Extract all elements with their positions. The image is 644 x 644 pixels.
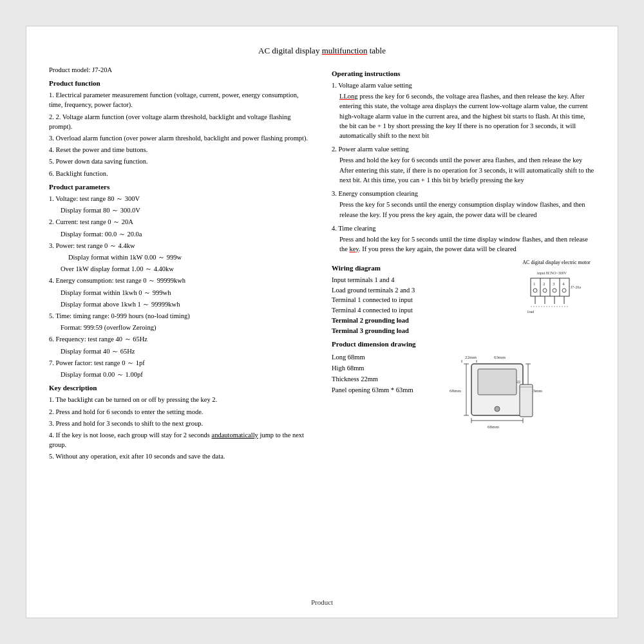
wiring-diagram-section: Wiring diagram Input terminals 1 and 4 L… (332, 259, 595, 336)
svg-text:4: 4 (562, 281, 565, 287)
section-product-params-title: Product parameters (49, 182, 312, 193)
param-1-sub: Display format 80 ～ 300.0V (49, 205, 312, 215)
dim-thickness: Thickness 22mm (332, 374, 413, 385)
dimension-svg-container: 22mm 63mm (420, 352, 536, 458)
function-item-1: 1. Electrical parameter measurement func… (49, 90, 312, 109)
param-3: 3. Power: test range 0 ～ 4.4kw (49, 241, 312, 251)
content-columns: Product model: J7-20A Product function 1… (49, 65, 595, 598)
wiring-diagram-title: Wiring diagram (332, 263, 511, 274)
op-body-4: Press and hold the key for 5 seconds unt… (332, 234, 595, 254)
key-item-3: 3. Press and hold for 3 seconds to shift… (49, 419, 312, 428)
svg-text:1: 1 (533, 281, 536, 287)
op-num-4: 4. Time clearing (332, 223, 595, 233)
wiring-diagram-caption: AC digital display electric motor (518, 259, 595, 267)
svg-text:68mm: 68mm (488, 424, 499, 430)
param-6: 6. Frequency: test range 40 ～ 65Hz (49, 334, 312, 344)
param-1: 1. Voltage: test range 80 ～ 300V (49, 194, 312, 204)
svg-rect-25 (478, 369, 516, 395)
wiring-block: Wiring diagram Input terminals 1 and 4 L… (332, 259, 595, 336)
title-text: AC digital display (258, 46, 322, 55)
left-column: Product model: J7-20A Product function 1… (49, 65, 312, 598)
wiring-item-5: Terminal 2 grounding load (332, 316, 511, 326)
wiring-item-3: Terminal 1 connected to input (332, 295, 511, 305)
wiring-item-2: Load ground terminals 2 and 3 (332, 285, 511, 296)
svg-text:input 8CNO~300V: input 8CNO~300V (537, 271, 567, 275)
param-5-sub: Format: 999:59 (overflow Zeroing) (49, 323, 312, 332)
function-item-6: 6. Backlight function. (49, 169, 312, 178)
dim-high: High 68mm (332, 363, 413, 374)
page-title: AC digital display multifunction table (49, 46, 595, 56)
op-num-1: 1. Voltage alarm value setting (332, 80, 595, 90)
footer-product-label: Product (311, 598, 333, 606)
svg-point-12 (562, 289, 566, 292)
svg-text:J7-20a: J7-20a (571, 285, 581, 289)
op-body-2: Press and hold the key for 6 seconds unt… (332, 155, 595, 185)
op-item-2: 2. Power alarm value setting Press and h… (332, 144, 595, 185)
key-item-2: 2. Press and hold for 6 seconds to enter… (49, 407, 312, 417)
op-body-3: Press the key for 5 seconds until the en… (332, 200, 595, 219)
function-item-2: 2. 2. Voltage alarm function (over volta… (49, 112, 312, 131)
wiring-item-4: Terminal 4 connected to input (332, 305, 511, 316)
param-7: 7. Power factor: test range 0 ～ 1pf (49, 358, 312, 368)
dimension-text: Long 68mm High 68mm Thickness 22mm Panel… (332, 352, 413, 395)
param-7-sub: Display format 0.00 ～ 1.00pf (49, 370, 312, 379)
op-num-2: 2. Power alarm value setting (332, 144, 595, 154)
wiring-circuit-svg: input 8CNO~300V 1 2 3 4 (518, 268, 595, 319)
param-4-sub2: Display format above 1kwh 1 ～ 99999kwh (49, 299, 312, 309)
page: AC digital display multifunction table P… (26, 26, 618, 618)
param-4-sub1: Display format within 1kwh 0 ～ 999wh (49, 288, 312, 298)
section-key-desc-title: Key description (49, 383, 312, 393)
dimension-block: Long 68mm High 68mm Thickness 22mm Panel… (332, 352, 595, 458)
svg-text:load: load (527, 310, 534, 314)
right-column: Operating instructions 1. Voltage alarm … (332, 65, 595, 598)
op-item-1: 1. Voltage alarm value setting LLong pre… (332, 80, 595, 140)
op-item-3: 3. Energy consumption clearing Press the… (332, 189, 595, 220)
param-4: 4. Energy consumption: test range 0 ～ 99… (49, 276, 312, 285)
wiring-svg-container: AC digital display electric motor input … (518, 259, 595, 322)
svg-text:68mm: 68mm (450, 388, 461, 393)
function-item-3: 3. Overload alarm function (over power a… (49, 133, 312, 143)
op-num-3: 3. Energy consumption clearing (332, 189, 595, 198)
dimension-drawing-svg: 22mm 63mm (420, 352, 549, 455)
wiring-item-1: Input terminals 1 and 4 (332, 275, 511, 285)
key-item-1: 1. The backlight can be turned on or off… (49, 395, 312, 404)
svg-point-11 (553, 289, 556, 292)
dim-long: Long 68mm (332, 352, 413, 363)
key-item-5: 5. Without any operation, exit after 10 … (49, 451, 312, 461)
title-suffix: table (367, 46, 386, 55)
model-line: Product model: J7-20A (49, 65, 312, 75)
dimension-section: Product dimension drawing Long 68mm High… (332, 339, 595, 458)
key-item-4: 4. If the key is not loose, each group w… (49, 430, 312, 450)
op-body-1: LLong press the key for 6 seconds, the v… (332, 91, 595, 140)
param-2-sub: Display format: 00.0 ～ 20.0a (49, 229, 312, 239)
svg-text:22: 22 (516, 380, 520, 384)
function-item-4: 4. Reset the power and time buttons. (49, 145, 312, 155)
param-6-sub: Display format 40 ～ 65Hz (49, 346, 312, 356)
svg-point-10 (543, 289, 547, 292)
param-3-sub2: Over 1kW display format 1.00 ～ 4.40kw (49, 264, 312, 274)
svg-text:2: 2 (543, 281, 545, 287)
op-item-4: 4. Time clearing Press and hold the key … (332, 223, 595, 254)
param-5: 5. Time: timing range: 0-999 hours (no-l… (49, 311, 312, 321)
param-2: 2. Current: test range 0 ～ 20A (49, 217, 312, 227)
svg-text:22mm: 22mm (465, 355, 477, 360)
dimension-title: Product dimension drawing (332, 339, 595, 350)
section-op-instructions-title: Operating instructions (332, 69, 595, 79)
svg-text:63mm: 63mm (494, 355, 506, 360)
section-product-function-title: Product function (49, 79, 312, 89)
svg-point-26 (495, 406, 500, 412)
param-3-sub1: Display format within 1kW 0.00 ～ 999w (49, 252, 312, 262)
svg-text:3: 3 (553, 281, 555, 287)
function-item-5: 5. Power down data saving function. (49, 156, 312, 166)
dim-panel: Panel opening 63mm * 63mm (332, 385, 413, 396)
svg-rect-39 (520, 384, 533, 417)
svg-point-9 (533, 289, 537, 292)
title-underline-word: multifunction (322, 46, 368, 55)
wiring-item-6: Terminal 3 grounding load (332, 326, 511, 336)
wiring-text: Wiring diagram Input terminals 1 and 4 L… (332, 259, 511, 336)
